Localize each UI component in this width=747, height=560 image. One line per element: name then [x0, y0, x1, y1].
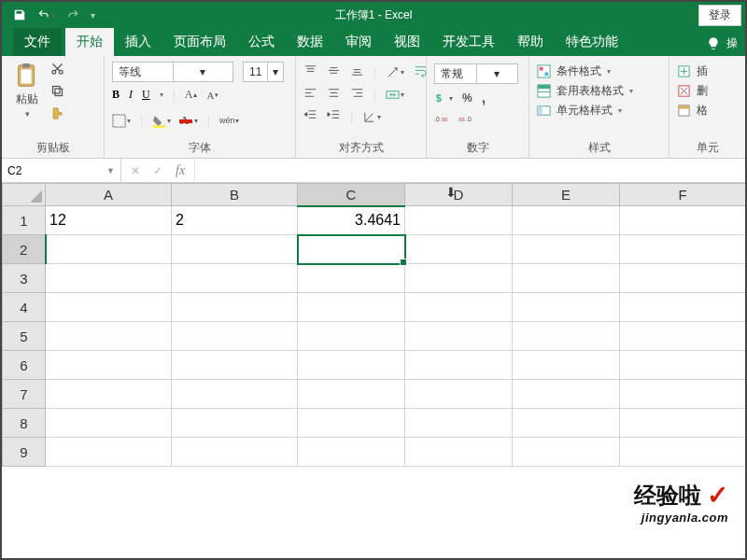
redo-icon[interactable] [66, 8, 79, 21]
cell[interactable] [513, 322, 620, 351]
chevron-down-icon[interactable]: ▾ [607, 67, 611, 76]
tab-file[interactable]: 文件 [13, 28, 62, 56]
login-button[interactable]: 登录 [698, 5, 741, 26]
chevron-down-icon[interactable]: ▼ [106, 166, 115, 175]
orientation-icon[interactable]: ▾ [386, 65, 404, 79]
underline-button[interactable]: U [142, 88, 150, 102]
col-header-B[interactable]: B [172, 184, 298, 206]
tab-features[interactable]: 特色功能 [555, 28, 629, 56]
cell-C2[interactable] [298, 235, 405, 264]
chevron-down-icon[interactable]: ▾ [25, 109, 30, 119]
cell[interactable] [513, 293, 620, 322]
tab-insert[interactable]: 插入 [114, 28, 162, 56]
cell-A1[interactable]: 12 [46, 206, 172, 235]
cell[interactable] [172, 380, 298, 409]
col-header-A[interactable]: A [46, 184, 172, 206]
row-header-9[interactable]: 9 [3, 438, 46, 467]
cell-B1[interactable]: 2 [172, 206, 298, 235]
cell[interactable] [298, 380, 405, 409]
cancel-formula-icon[interactable]: ✕ [131, 164, 140, 177]
chevron-down-icon[interactable]: ▾ [629, 87, 633, 95]
cell[interactable] [405, 264, 513, 293]
cell[interactable] [46, 380, 172, 409]
align-right-icon[interactable] [350, 86, 364, 103]
cell-styles-button[interactable]: 单元格样式 ▾ [537, 103, 661, 119]
cell[interactable] [298, 293, 405, 322]
cell[interactable] [46, 351, 172, 380]
cell[interactable] [405, 293, 513, 322]
cell[interactable] [298, 409, 405, 438]
row-header-1[interactable]: 1 [3, 206, 46, 235]
paste-button[interactable]: 粘贴 ▾ [9, 60, 45, 120]
wrap-text-icon[interactable] [414, 63, 428, 80]
cell[interactable] [46, 264, 172, 293]
cell[interactable] [620, 438, 746, 467]
row-header-5[interactable]: 5 [3, 322, 46, 351]
chevron-down-icon[interactable]: ▾ [618, 106, 622, 115]
tab-page-layout[interactable]: 页面布局 [162, 28, 237, 56]
tell-me-search[interactable]: 操 [698, 31, 745, 56]
qat-customize-icon[interactable]: ▾ [91, 10, 95, 21]
tab-home[interactable]: 开始 [65, 28, 114, 56]
cell[interactable] [620, 351, 746, 380]
cell-F1[interactable] [620, 206, 746, 235]
row-header-7[interactable]: 7 [3, 380, 46, 409]
insert-cells-button[interactable]: 插 [677, 63, 738, 79]
cell[interactable] [620, 264, 746, 293]
tab-developer[interactable]: 开发工具 [431, 28, 506, 56]
bold-button[interactable]: B [112, 88, 120, 102]
increase-font-icon[interactable]: A▴ [185, 88, 198, 102]
align-bottom-icon[interactable] [350, 63, 364, 80]
cell[interactable] [298, 438, 405, 467]
cell-C1[interactable]: 3.4641 [298, 206, 405, 235]
tab-data[interactable]: 数据 [286, 28, 334, 56]
align-left-icon[interactable] [303, 86, 317, 103]
cell-A2[interactable] [46, 235, 172, 264]
cell[interactable] [405, 380, 513, 409]
decrease-font-icon[interactable]: A▾ [206, 90, 218, 101]
cell-E1[interactable] [513, 206, 620, 235]
format-cells-button[interactable]: 格 [677, 103, 738, 119]
cell[interactable] [513, 351, 620, 380]
percent-format-icon[interactable]: % [462, 91, 472, 105]
cell[interactable] [46, 322, 172, 351]
cell[interactable] [172, 438, 298, 467]
undo-icon[interactable]: ▾ [37, 8, 55, 21]
cell[interactable] [620, 380, 746, 409]
tab-help[interactable]: 帮助 [506, 28, 555, 56]
cell[interactable] [172, 322, 298, 351]
cell[interactable] [172, 264, 298, 293]
cell[interactable] [513, 264, 620, 293]
merge-center-icon[interactable]: ▾ [386, 88, 404, 102]
cell[interactable] [513, 438, 620, 467]
cell[interactable] [620, 293, 746, 322]
select-all-corner[interactable] [3, 184, 46, 206]
conditional-format-button[interactable]: 条件格式 ▾ [537, 63, 661, 79]
format-painter-icon[interactable] [50, 106, 64, 123]
cell[interactable] [46, 409, 172, 438]
tab-view[interactable]: 视图 [383, 28, 431, 56]
row-header-2[interactable]: 2 [3, 235, 46, 264]
cut-icon[interactable] [50, 62, 64, 78]
col-header-C[interactable]: C [298, 184, 405, 206]
save-icon[interactable] [13, 8, 26, 21]
align-center-icon[interactable] [327, 86, 341, 103]
align-top-icon[interactable] [303, 63, 317, 80]
format-table-button[interactable]: 套用表格格式 ▾ [537, 83, 661, 99]
col-header-F[interactable]: F [620, 184, 746, 206]
cell[interactable] [405, 322, 513, 351]
cell[interactable] [298, 322, 405, 351]
chevron-down-icon[interactable]: ▾ [267, 63, 283, 81]
increase-decimal-icon[interactable]: .0.00 [434, 112, 448, 129]
chevron-down-icon[interactable]: ▾ [476, 64, 518, 83]
cell[interactable] [172, 351, 298, 380]
orientation-alt-icon[interactable]: ▾ [362, 110, 381, 124]
formula-input[interactable] [195, 159, 745, 182]
accept-formula-icon[interactable]: ✓ [153, 164, 162, 177]
number-format-combo[interactable]: 常规 ▾ [434, 63, 518, 84]
cell-D1[interactable] [405, 206, 513, 235]
chevron-down-icon[interactable]: ▾ [173, 63, 233, 81]
cell[interactable] [172, 293, 298, 322]
cell[interactable] [513, 380, 620, 409]
row-header-4[interactable]: 4 [3, 293, 46, 322]
